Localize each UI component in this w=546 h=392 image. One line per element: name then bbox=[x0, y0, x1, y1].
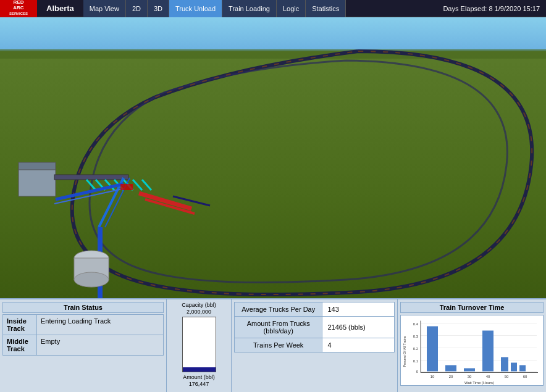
info-panel: Train Status Inside Track Entering Loadi… bbox=[0, 298, 546, 392]
svg-text:60: 60 bbox=[523, 375, 527, 378]
tab-statistics[interactable]: Statistics bbox=[306, 0, 346, 17]
svg-text:0.1: 0.1 bbox=[413, 359, 419, 363]
capacity-section: Capacity (bbl) 2,000,000 8 % Amount (bbl… bbox=[167, 299, 232, 392]
stat-label-3: Trains Per Week bbox=[235, 338, 322, 352]
tab-train-loading[interactable]: Train Loading bbox=[222, 0, 277, 17]
svg-text:50: 50 bbox=[505, 375, 509, 378]
capacity-title-line2: 2,000,000 bbox=[187, 309, 211, 315]
svg-rect-42 bbox=[501, 357, 508, 372]
bar-percent: 8 % bbox=[183, 346, 216, 352]
svg-point-18 bbox=[74, 272, 109, 287]
svg-rect-39 bbox=[445, 365, 456, 372]
nav-tabs: Map View 2D 3D Truck Unload Train Loadin… bbox=[83, 0, 346, 17]
chart-section: Train Turnover Time 0.4 0.3 0.2 0.1 0 Pe… bbox=[398, 299, 546, 392]
svg-rect-40 bbox=[464, 369, 475, 372]
bar-fill bbox=[183, 367, 216, 372]
header: RED ARC SERVICES Alberta Map View 2D 3D … bbox=[0, 0, 546, 17]
svg-rect-23 bbox=[120, 184, 133, 190]
stats-section: Average Trucks Per Day 143 Amount From T… bbox=[232, 299, 398, 392]
chart-area: 0.4 0.3 0.2 0.1 0 Percent Of All Trains bbox=[400, 315, 544, 386]
train-status-label-1: Inside Track bbox=[3, 315, 37, 335]
stats-table: Average Trucks Per Day 143 Amount From T… bbox=[234, 302, 395, 352]
tab-3d[interactable]: 3D bbox=[148, 0, 169, 17]
tab-map-view[interactable]: Map View bbox=[83, 0, 126, 17]
days-elapsed: Days Elapsed: 8 1/9/2020 15:17 bbox=[437, 5, 546, 12]
svg-text:0.4: 0.4 bbox=[413, 322, 419, 326]
svg-rect-3 bbox=[19, 169, 56, 196]
logo-text: RED ARC SERVICES bbox=[9, 0, 28, 16]
stat-label-2: Amount From Trucks (bbls/day) bbox=[235, 317, 322, 338]
bar-container: 8 % bbox=[182, 317, 216, 372]
train-status-label-2: Middle Track bbox=[3, 335, 37, 356]
svg-text:Percent Of All Trains: Percent Of All Trains bbox=[403, 336, 406, 367]
stat-label-1: Average Trucks Per Day bbox=[235, 302, 322, 317]
amount-label-line1: Amount (bbl) bbox=[183, 374, 215, 380]
tab-truck-unload[interactable]: Truck Unload bbox=[169, 0, 222, 17]
svg-text:0.2: 0.2 bbox=[413, 347, 419, 351]
train-status-row-1: Inside Track Entering Loading Track bbox=[3, 315, 164, 335]
tab-logic[interactable]: Logic bbox=[277, 0, 306, 17]
stat-row-2: Amount From Trucks (bbls/day) 21465 (bbl… bbox=[235, 317, 395, 338]
tab-2d[interactable]: 2D bbox=[126, 0, 148, 17]
logo-line1: RED bbox=[14, 0, 24, 5]
svg-rect-38 bbox=[427, 327, 438, 372]
amount-label: Amount (bbl) 176,447 bbox=[183, 374, 215, 388]
svg-rect-44 bbox=[519, 365, 526, 372]
svg-rect-2 bbox=[0, 49, 546, 59]
stat-row-1: Average Trucks Per Day 143 bbox=[235, 302, 395, 317]
chart-svg: 0.4 0.3 0.2 0.1 0 Percent Of All Trains bbox=[401, 315, 543, 385]
svg-text:30: 30 bbox=[468, 375, 472, 378]
svg-rect-41 bbox=[482, 331, 494, 372]
view-area bbox=[0, 17, 546, 298]
amount-label-line2: 176,447 bbox=[189, 381, 209, 387]
logo-area: RED ARC SERVICES bbox=[0, 0, 37, 17]
svg-rect-0 bbox=[0, 17, 546, 54]
svg-text:40: 40 bbox=[486, 375, 490, 378]
chart-title: Train Turnover Time bbox=[400, 302, 544, 313]
train-status-value-1: Entering Loading Track bbox=[37, 315, 164, 335]
svg-rect-4 bbox=[19, 162, 56, 170]
stat-value-3: 4 bbox=[322, 338, 395, 352]
capacity-title-line1: Capacity (bbl) bbox=[182, 302, 216, 308]
train-status-section: Train Status Inside Track Entering Loadi… bbox=[0, 299, 167, 392]
stat-value-1: 143 bbox=[322, 302, 395, 317]
logo-line2: ARC bbox=[13, 5, 23, 10]
svg-rect-5 bbox=[54, 175, 128, 180]
capacity-title: Capacity (bbl) 2,000,000 bbox=[182, 302, 216, 315]
svg-rect-43 bbox=[511, 363, 517, 372]
scene-svg bbox=[0, 17, 546, 298]
train-status-row-2: Middle Track Empty bbox=[3, 335, 164, 356]
train-status-table: Inside Track Entering Loading Track Midd… bbox=[2, 314, 164, 356]
location-name: Alberta bbox=[37, 4, 83, 13]
svg-text:20: 20 bbox=[449, 375, 453, 378]
svg-text:0.3: 0.3 bbox=[413, 335, 419, 338]
train-status-value-2: Empty bbox=[37, 335, 164, 356]
logo-line3: SERVICES bbox=[9, 12, 28, 15]
svg-text:Wait Time (Hours): Wait Time (Hours) bbox=[464, 381, 494, 385]
svg-text:0: 0 bbox=[416, 370, 419, 373]
stat-row-3: Trains Per Week 4 bbox=[235, 338, 395, 352]
svg-text:10: 10 bbox=[430, 375, 435, 378]
train-status-title: Train Status bbox=[2, 302, 164, 313]
stat-value-2: 21465 (bbls) bbox=[322, 317, 395, 338]
